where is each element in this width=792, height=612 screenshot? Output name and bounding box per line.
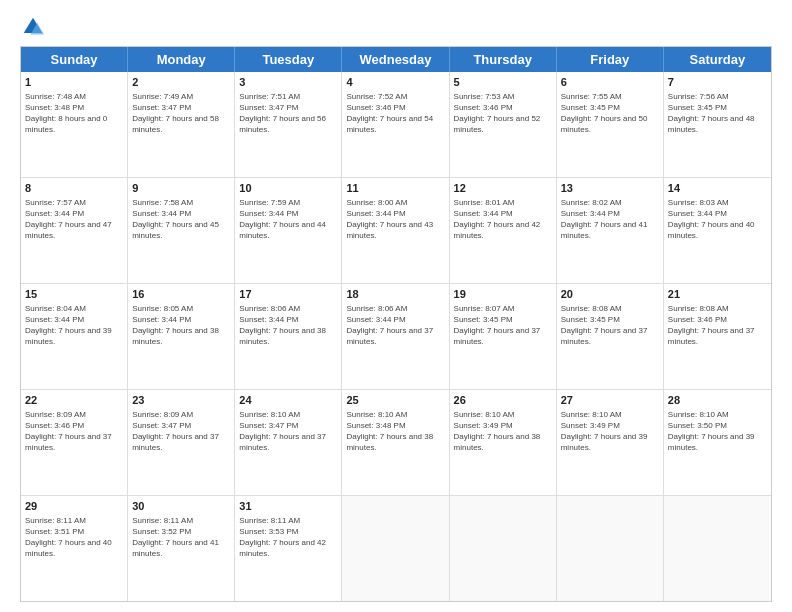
day-number: 2 — [132, 75, 230, 90]
cell-info: Sunrise: 8:10 AMSunset: 3:48 PMDaylight:… — [346, 409, 444, 454]
day-number: 30 — [132, 499, 230, 514]
cell-info: Sunrise: 7:59 AMSunset: 3:44 PMDaylight:… — [239, 197, 337, 242]
cal-cell: 21Sunrise: 8:08 AMSunset: 3:46 PMDayligh… — [664, 284, 771, 389]
calendar: SundayMondayTuesdayWednesdayThursdayFrid… — [20, 46, 772, 602]
cal-cell: 31Sunrise: 8:11 AMSunset: 3:53 PMDayligh… — [235, 496, 342, 601]
cal-cell: 29Sunrise: 8:11 AMSunset: 3:51 PMDayligh… — [21, 496, 128, 601]
col-header-friday: Friday — [557, 47, 664, 72]
cal-cell: 10Sunrise: 7:59 AMSunset: 3:44 PMDayligh… — [235, 178, 342, 283]
cell-info: Sunrise: 8:06 AMSunset: 3:44 PMDaylight:… — [239, 303, 337, 348]
col-header-thursday: Thursday — [450, 47, 557, 72]
cell-info: Sunrise: 7:48 AMSunset: 3:48 PMDaylight:… — [25, 91, 123, 136]
cal-cell: 5Sunrise: 7:53 AMSunset: 3:46 PMDaylight… — [450, 72, 557, 177]
week-row-1: 1Sunrise: 7:48 AMSunset: 3:48 PMDaylight… — [21, 72, 771, 178]
cell-info: Sunrise: 7:51 AMSunset: 3:47 PMDaylight:… — [239, 91, 337, 136]
cal-cell: 7Sunrise: 7:56 AMSunset: 3:45 PMDaylight… — [664, 72, 771, 177]
week-row-4: 22Sunrise: 8:09 AMSunset: 3:46 PMDayligh… — [21, 390, 771, 496]
day-number: 19 — [454, 287, 552, 302]
cal-cell: 4Sunrise: 7:52 AMSunset: 3:46 PMDaylight… — [342, 72, 449, 177]
cal-cell: 11Sunrise: 8:00 AMSunset: 3:44 PMDayligh… — [342, 178, 449, 283]
logo — [20, 16, 46, 38]
cal-cell — [450, 496, 557, 601]
cell-info: Sunrise: 8:08 AMSunset: 3:46 PMDaylight:… — [668, 303, 767, 348]
cell-info: Sunrise: 7:57 AMSunset: 3:44 PMDaylight:… — [25, 197, 123, 242]
day-number: 31 — [239, 499, 337, 514]
cell-info: Sunrise: 7:58 AMSunset: 3:44 PMDaylight:… — [132, 197, 230, 242]
week-row-2: 8Sunrise: 7:57 AMSunset: 3:44 PMDaylight… — [21, 178, 771, 284]
cell-info: Sunrise: 8:11 AMSunset: 3:51 PMDaylight:… — [25, 515, 123, 560]
cal-cell: 13Sunrise: 8:02 AMSunset: 3:44 PMDayligh… — [557, 178, 664, 283]
col-header-wednesday: Wednesday — [342, 47, 449, 72]
cal-cell: 24Sunrise: 8:10 AMSunset: 3:47 PMDayligh… — [235, 390, 342, 495]
cell-info: Sunrise: 7:53 AMSunset: 3:46 PMDaylight:… — [454, 91, 552, 136]
cal-cell: 18Sunrise: 8:06 AMSunset: 3:44 PMDayligh… — [342, 284, 449, 389]
cal-cell: 14Sunrise: 8:03 AMSunset: 3:44 PMDayligh… — [664, 178, 771, 283]
day-number: 22 — [25, 393, 123, 408]
page: SundayMondayTuesdayWednesdayThursdayFrid… — [0, 0, 792, 612]
day-number: 27 — [561, 393, 659, 408]
cal-cell: 15Sunrise: 8:04 AMSunset: 3:44 PMDayligh… — [21, 284, 128, 389]
day-number: 11 — [346, 181, 444, 196]
cal-cell: 19Sunrise: 8:07 AMSunset: 3:45 PMDayligh… — [450, 284, 557, 389]
day-number: 3 — [239, 75, 337, 90]
day-number: 10 — [239, 181, 337, 196]
day-number: 28 — [668, 393, 767, 408]
cell-info: Sunrise: 7:55 AMSunset: 3:45 PMDaylight:… — [561, 91, 659, 136]
day-number: 23 — [132, 393, 230, 408]
cell-info: Sunrise: 8:01 AMSunset: 3:44 PMDaylight:… — [454, 197, 552, 242]
day-number: 24 — [239, 393, 337, 408]
calendar-header: SundayMondayTuesdayWednesdayThursdayFrid… — [21, 47, 771, 72]
cell-info: Sunrise: 8:10 AMSunset: 3:49 PMDaylight:… — [561, 409, 659, 454]
header — [20, 16, 772, 38]
cal-cell: 16Sunrise: 8:05 AMSunset: 3:44 PMDayligh… — [128, 284, 235, 389]
cell-info: Sunrise: 8:05 AMSunset: 3:44 PMDaylight:… — [132, 303, 230, 348]
day-number: 29 — [25, 499, 123, 514]
cell-info: Sunrise: 7:56 AMSunset: 3:45 PMDaylight:… — [668, 91, 767, 136]
cell-info: Sunrise: 8:10 AMSunset: 3:50 PMDaylight:… — [668, 409, 767, 454]
col-header-sunday: Sunday — [21, 47, 128, 72]
day-number: 16 — [132, 287, 230, 302]
cal-cell: 26Sunrise: 8:10 AMSunset: 3:49 PMDayligh… — [450, 390, 557, 495]
day-number: 8 — [25, 181, 123, 196]
cal-cell: 1Sunrise: 7:48 AMSunset: 3:48 PMDaylight… — [21, 72, 128, 177]
cell-info: Sunrise: 8:03 AMSunset: 3:44 PMDaylight:… — [668, 197, 767, 242]
day-number: 17 — [239, 287, 337, 302]
cal-cell: 20Sunrise: 8:08 AMSunset: 3:45 PMDayligh… — [557, 284, 664, 389]
cell-info: Sunrise: 8:09 AMSunset: 3:47 PMDaylight:… — [132, 409, 230, 454]
cal-cell: 30Sunrise: 8:11 AMSunset: 3:52 PMDayligh… — [128, 496, 235, 601]
day-number: 14 — [668, 181, 767, 196]
week-row-3: 15Sunrise: 8:04 AMSunset: 3:44 PMDayligh… — [21, 284, 771, 390]
day-number: 18 — [346, 287, 444, 302]
cell-info: Sunrise: 8:11 AMSunset: 3:52 PMDaylight:… — [132, 515, 230, 560]
cell-info: Sunrise: 7:52 AMSunset: 3:46 PMDaylight:… — [346, 91, 444, 136]
calendar-body: 1Sunrise: 7:48 AMSunset: 3:48 PMDaylight… — [21, 72, 771, 601]
day-number: 9 — [132, 181, 230, 196]
day-number: 20 — [561, 287, 659, 302]
cal-cell: 23Sunrise: 8:09 AMSunset: 3:47 PMDayligh… — [128, 390, 235, 495]
day-number: 4 — [346, 75, 444, 90]
day-number: 15 — [25, 287, 123, 302]
cal-cell: 3Sunrise: 7:51 AMSunset: 3:47 PMDaylight… — [235, 72, 342, 177]
day-number: 5 — [454, 75, 552, 90]
col-header-tuesday: Tuesday — [235, 47, 342, 72]
cell-info: Sunrise: 8:10 AMSunset: 3:47 PMDaylight:… — [239, 409, 337, 454]
week-row-5: 29Sunrise: 8:11 AMSunset: 3:51 PMDayligh… — [21, 496, 771, 601]
day-number: 7 — [668, 75, 767, 90]
cal-cell: 2Sunrise: 7:49 AMSunset: 3:47 PMDaylight… — [128, 72, 235, 177]
cell-info: Sunrise: 8:04 AMSunset: 3:44 PMDaylight:… — [25, 303, 123, 348]
cell-info: Sunrise: 8:00 AMSunset: 3:44 PMDaylight:… — [346, 197, 444, 242]
cell-info: Sunrise: 8:02 AMSunset: 3:44 PMDaylight:… — [561, 197, 659, 242]
cell-info: Sunrise: 8:10 AMSunset: 3:49 PMDaylight:… — [454, 409, 552, 454]
cal-cell: 25Sunrise: 8:10 AMSunset: 3:48 PMDayligh… — [342, 390, 449, 495]
cell-info: Sunrise: 7:49 AMSunset: 3:47 PMDaylight:… — [132, 91, 230, 136]
day-number: 1 — [25, 75, 123, 90]
cell-info: Sunrise: 8:08 AMSunset: 3:45 PMDaylight:… — [561, 303, 659, 348]
cal-cell: 28Sunrise: 8:10 AMSunset: 3:50 PMDayligh… — [664, 390, 771, 495]
cal-cell: 12Sunrise: 8:01 AMSunset: 3:44 PMDayligh… — [450, 178, 557, 283]
cal-cell: 17Sunrise: 8:06 AMSunset: 3:44 PMDayligh… — [235, 284, 342, 389]
col-header-monday: Monday — [128, 47, 235, 72]
cal-cell: 8Sunrise: 7:57 AMSunset: 3:44 PMDaylight… — [21, 178, 128, 283]
day-number: 12 — [454, 181, 552, 196]
cal-cell: 22Sunrise: 8:09 AMSunset: 3:46 PMDayligh… — [21, 390, 128, 495]
day-number: 6 — [561, 75, 659, 90]
